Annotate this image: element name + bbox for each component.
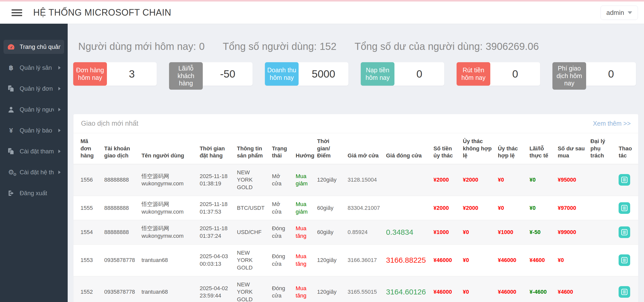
card-deposits-today: Nạp tiền hôm nay 0 (361, 62, 444, 86)
sidebar-item-label: Cài đặt hệ thống (20, 169, 54, 176)
card-label: Đơn hàng hôm nay (73, 62, 107, 86)
card-value: 3 (129, 68, 135, 80)
cell-valid-entrust: ¥46000 (495, 244, 527, 276)
cell-action (616, 276, 638, 302)
cell-period: 60giây (315, 196, 345, 220)
cell-open-price: 3128.15004 (345, 164, 384, 196)
submenu-arrow-icon (58, 129, 61, 132)
user-menu-button[interactable]: admin (600, 6, 638, 20)
order-detail-button[interactable] (619, 226, 630, 238)
column-header: Trạng thái (269, 133, 293, 164)
card-fees-today: Phí giao dịch hôm nay 0 (552, 62, 636, 86)
card-label: Doanh thu hôm nay (265, 62, 299, 86)
cell-account: 88888888 (102, 164, 139, 196)
submenu-arrow-icon (58, 150, 61, 153)
submenu-arrow-icon (58, 108, 61, 111)
sidebar-item-label: Quản lý báo cáo (20, 127, 54, 134)
cell-status: Mở cửa (269, 164, 293, 196)
cell-action (616, 196, 638, 220)
order-list-icon (621, 229, 628, 236)
order-detail-button[interactable] (619, 202, 630, 214)
stat-total-balance: Tổng số dư của người dùng: 3906269.06 (355, 41, 539, 52)
card-label: Phí giao dịch hôm nay (552, 62, 586, 90)
user-icon (7, 106, 15, 113)
view-more-link[interactable]: Xem thêm >> (593, 120, 631, 127)
cell-entrust-amount: ¥2000 (431, 164, 460, 196)
stat-new-users: Người dùng mới hôm nay: 0 (78, 41, 205, 52)
order-detail-button[interactable] (619, 254, 630, 266)
cell-period: 120giây (315, 164, 345, 196)
card-value: 0 (608, 68, 614, 80)
stat-cards: Đơn hàng hôm nay 3 Lãi/lỗ khách hàng -50… (73, 62, 638, 86)
cell-balance-after: ¥4600 (555, 276, 588, 302)
cell-username: trantuan68 (139, 276, 197, 302)
files-icon (7, 85, 15, 92)
sidebar-item-reports[interactable]: ¥ Quản lý báo cáo (4, 123, 64, 138)
cell-agent (588, 244, 616, 276)
cell-actual-pnl: ¥0 (527, 196, 555, 220)
cell-account: 0935878778 (102, 276, 139, 302)
cell-order-time: 2025-04-0223:59:44 (197, 276, 234, 302)
column-header: Thời gian/Điểm (315, 133, 345, 164)
sidebar-item-parameters[interactable]: Cài đặt tham số (4, 144, 64, 158)
order-list-icon (621, 205, 628, 211)
cell-period: 60giây (315, 220, 345, 244)
cell-actual-pnl: ¥-4600 (527, 276, 555, 302)
cell-valid-entrust: ¥0 (495, 196, 527, 220)
cell-close-price (383, 196, 431, 220)
cell-username: 悟空源码网wukongymw.com (139, 164, 197, 196)
order-list-icon (621, 257, 628, 263)
cell-period: 120giây (315, 276, 345, 302)
column-header: Số dư sau mua (555, 133, 588, 164)
sidebar-item-products[interactable]: ฿ Quản lý sản phẩm (4, 61, 64, 75)
order-list-icon (621, 289, 628, 295)
cell-order-time: 2025-11-1801:37:24 (197, 220, 234, 244)
table-row: 15530935878778trantuan682025-04-0300:03:… (73, 244, 638, 276)
files-icon (7, 148, 15, 155)
column-header: Ủy thác hợp lệ (495, 133, 527, 164)
cell-status: Đóng cửa (269, 220, 293, 244)
column-header: Hướng (293, 133, 314, 164)
cell-entrust-amount: ¥46000 (431, 244, 460, 276)
cell-open-price: 3166.36017 (345, 244, 384, 276)
header: HỆ THỐNG MICROSOFT CHAIN admin (0, 2, 644, 24)
submenu-arrow-icon (58, 87, 61, 90)
cell-invalid-entrust: ¥2000 (460, 196, 495, 220)
sidebar-item-users[interactable]: Quản lý người dùng (4, 103, 64, 117)
column-header: Số tiền ủy thác (431, 133, 460, 164)
cell-order-time: 2025-11-1801:38:19 (197, 164, 234, 196)
cell-username: 悟空源码网wukongymw.com (139, 220, 197, 244)
sidebar-item-dashboard[interactable]: Trang chủ quản trị (4, 40, 64, 54)
cell-valid-entrust: ¥0 (495, 164, 527, 196)
column-header: Mã đơn hàng (73, 133, 102, 164)
cell-close-price (383, 164, 431, 196)
cell-actual-pnl: ¥-50 (527, 220, 555, 244)
cell-balance-after: ¥95000 (555, 164, 588, 196)
cell-product: BTC/USDT (234, 196, 269, 220)
sidebar-item-label: Đăng xuất (20, 190, 47, 197)
column-header: Thông tin sản phẩm (234, 133, 269, 164)
bitcoin-icon: ฿ (7, 64, 15, 72)
sidebar-item-orders[interactable]: Quản lý đơn hàng (4, 82, 64, 96)
sidebar-item-logout[interactable]: Đăng xuất (4, 186, 64, 200)
sidebar-item-system-settings[interactable]: ⚙ ⚙ Cài đặt hệ thống (4, 165, 64, 179)
cell-invalid-entrust: ¥0 (460, 276, 495, 302)
cell-order-id: 1555 (73, 196, 102, 220)
cell-product: NEW YORK GOLD (234, 244, 269, 276)
order-detail-button[interactable] (619, 174, 630, 186)
main-content: Người dùng mới hôm nay: 0 Tổng số người … (68, 24, 644, 302)
cell-invalid-entrust: ¥0 (460, 220, 495, 244)
sidebar-item-label: Quản lý đơn hàng (20, 85, 54, 92)
cell-agent (588, 220, 616, 244)
order-detail-button[interactable] (619, 286, 630, 298)
cell-status: Đóng cửa (269, 276, 293, 302)
transactions-tbody: 155688888888悟空源码网wukongymw.com2025-11-18… (73, 164, 638, 302)
stat-total-users: Tổng số người dùng: 152 (223, 41, 337, 52)
cell-account: 88888888 (102, 220, 139, 244)
cell-order-id: 1552 (73, 276, 102, 302)
menu-toggle-button[interactable] (12, 9, 22, 16)
cell-open-price: 3165.55015 (345, 276, 384, 302)
column-header: Lãi/lỗ thực tế (527, 133, 555, 164)
cell-invalid-entrust: ¥2000 (460, 164, 495, 196)
table-row: 15520935878778trantuan682025-04-0223:59:… (73, 276, 638, 302)
